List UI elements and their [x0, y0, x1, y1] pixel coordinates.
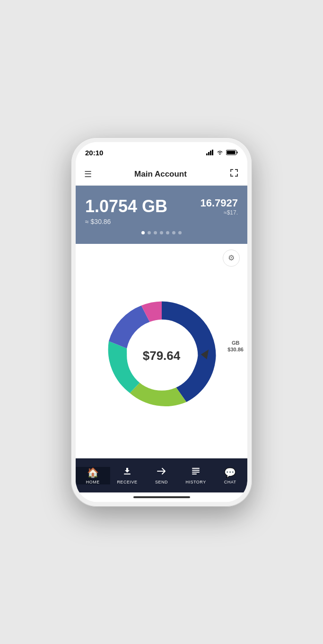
signal-icon — [206, 150, 214, 155]
svg-rect-11 — [237, 169, 238, 172]
banner-sub-value: ≈ $30.86 — [85, 218, 200, 225]
svg-rect-18 — [124, 474, 131, 474]
seg-label-iaug: IAUG $5.67 — [141, 278, 153, 290]
seg-label-gb: GB $30.86 — [227, 340, 244, 353]
battery-icon — [226, 150, 238, 155]
svg-rect-3 — [212, 150, 213, 155]
main-content: ⚙ — [76, 244, 247, 458]
banner-primary: 1.0754 GB ≈ $30.86 — [85, 197, 200, 225]
svg-rect-19 — [192, 468, 200, 469]
nav-item-home[interactable]: 🏠 HOME — [76, 467, 110, 484]
svg-rect-15 — [237, 174, 238, 177]
seg-label-ithv2: ITHV2 $11.35 — [81, 323, 96, 335]
svg-rect-6 — [237, 152, 238, 153]
status-icons — [206, 150, 238, 155]
carousel-dots — [85, 225, 238, 236]
home-icon: 🏠 — [87, 467, 99, 478]
nav-label-history: HISTORY — [185, 480, 206, 484]
chart-center-value: $79.64 — [143, 349, 181, 363]
send-icon — [157, 466, 166, 478]
nav-item-receive[interactable]: RECEIVE — [110, 466, 145, 484]
seg-label-ibitv2: IBITV2 $14.19 — [79, 372, 94, 385]
home-indicator — [76, 492, 247, 502]
nav-item-chat[interactable]: 💬 CHAT — [213, 467, 247, 484]
svg-rect-20 — [192, 470, 200, 471]
phone-screen: 20:10 — [76, 142, 247, 502]
banner-secondary: 16.7927 ≈$17. — [200, 197, 238, 216]
nav-label-chat: CHAT — [224, 480, 236, 484]
dot-4[interactable] — [160, 231, 163, 234]
nav-item-history[interactable]: HISTORY — [179, 466, 213, 484]
svg-rect-2 — [210, 151, 211, 155]
wifi-icon — [216, 150, 224, 155]
bottom-nav: 🏠 HOME RECEIVE SEND — [76, 458, 247, 492]
status-time: 20:10 — [85, 149, 103, 157]
dot-6[interactable] — [172, 231, 175, 234]
svg-rect-21 — [192, 472, 200, 473]
svg-rect-7 — [227, 151, 236, 154]
app-header: ☰ Main Account — [76, 163, 247, 186]
phone-frame: 20:10 — [71, 137, 252, 507]
page-title: Main Account — [134, 170, 187, 179]
scan-icon[interactable] — [229, 168, 239, 180]
nav-label-home: HOME — [86, 480, 100, 484]
dot-7[interactable] — [178, 231, 182, 234]
chart-container: $79.64 GB $30.86 IUSDV2 $17.56 — [76, 253, 247, 458]
chat-icon: 💬 — [224, 467, 236, 478]
receive-icon — [122, 466, 132, 478]
nav-item-send[interactable]: SEND — [144, 466, 179, 484]
svg-rect-9 — [230, 169, 231, 172]
banner-sec-sub: ≈$17. — [200, 209, 238, 216]
nav-label-send: SEND — [155, 480, 168, 484]
banner-main-value: 1.0754 GB — [85, 197, 200, 216]
svg-rect-22 — [192, 474, 197, 474]
banner-section: 1.0754 GB ≈ $30.86 16.7927 ≈$17. — [76, 186, 247, 244]
menu-icon[interactable]: ☰ — [84, 169, 92, 179]
dot-2[interactable] — [148, 231, 151, 234]
dot-5[interactable] — [166, 231, 169, 234]
svg-rect-0 — [206, 153, 208, 155]
history-icon — [191, 466, 201, 478]
status-bar: 20:10 — [76, 142, 247, 163]
svg-point-4 — [219, 153, 220, 154]
svg-rect-1 — [208, 152, 210, 155]
dot-3[interactable] — [154, 231, 157, 234]
svg-rect-13 — [230, 174, 231, 177]
dot-1[interactable] — [141, 231, 145, 234]
nav-label-receive: RECEIVE — [117, 480, 137, 484]
home-bar — [133, 496, 190, 498]
banner-sec-value: 16.7927 — [200, 197, 238, 209]
